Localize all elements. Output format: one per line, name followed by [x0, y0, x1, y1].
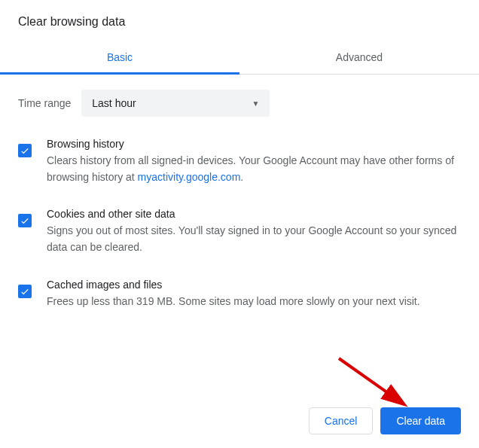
checkmark-icon: [20, 145, 30, 156]
tab-basic[interactable]: Basic: [0, 42, 240, 74]
option-text: Cookies and other site data Signs you ou…: [47, 208, 461, 255]
checkbox-browsing-history[interactable]: [18, 144, 32, 157]
desc-suffix: .: [240, 171, 243, 183]
option-title: Cached images and files: [47, 279, 461, 291]
clear-browsing-data-dialog: Clear browsing data Basic Advanced Time …: [0, 0, 479, 340]
checkbox-cookies[interactable]: [18, 214, 32, 227]
svg-line-0: [339, 358, 403, 404]
time-range-row: Time range Last hour ▼: [18, 90, 461, 117]
option-text: Cached images and files Frees up less th…: [47, 279, 461, 310]
time-range-select[interactable]: Last hour ▼: [81, 90, 270, 117]
checkmark-icon: [20, 215, 30, 226]
tab-advanced[interactable]: Advanced: [240, 42, 479, 74]
option-browsing-history: Browsing history Clears history from all…: [18, 138, 461, 185]
option-desc: Frees up less than 319 MB. Some sites ma…: [47, 294, 461, 310]
option-cookies: Cookies and other site data Signs you ou…: [18, 208, 461, 255]
myactivity-link[interactable]: myactivity.google.com: [138, 171, 241, 183]
time-range-label: Time range: [18, 97, 71, 109]
option-cache: Cached images and files Frees up less th…: [18, 279, 461, 310]
tabs: Basic Advanced: [0, 42, 479, 75]
checkmark-icon: [20, 286, 30, 297]
dialog-content: Time range Last hour ▼ Browsing history …: [0, 75, 479, 340]
option-desc: Clears history from all signed-in device…: [47, 153, 461, 185]
checkbox-cache[interactable]: [18, 285, 32, 298]
cancel-button[interactable]: Cancel: [309, 407, 374, 434]
option-text: Browsing history Clears history from all…: [47, 138, 461, 185]
time-range-value: Last hour: [92, 97, 136, 109]
dialog-title: Clear browsing data: [0, 0, 479, 42]
clear-data-button[interactable]: Clear data: [380, 407, 461, 434]
option-title: Cookies and other site data: [47, 208, 461, 220]
option-desc: Signs you out of most sites. You'll stay…: [47, 223, 461, 255]
dialog-footer: Cancel Clear data: [309, 407, 461, 434]
option-title: Browsing history: [47, 138, 461, 150]
chevron-down-icon: ▼: [252, 99, 259, 108]
desc-prefix: Clears history from all signed-in device…: [47, 154, 454, 183]
